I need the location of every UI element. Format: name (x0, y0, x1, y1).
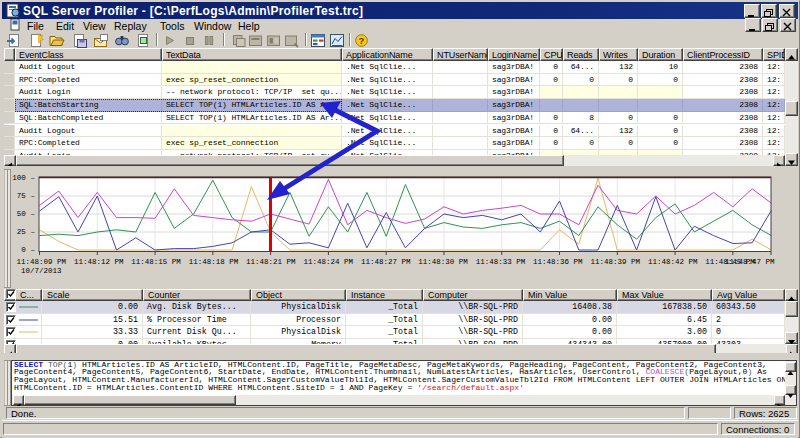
svg-text:?: ? (359, 35, 365, 46)
